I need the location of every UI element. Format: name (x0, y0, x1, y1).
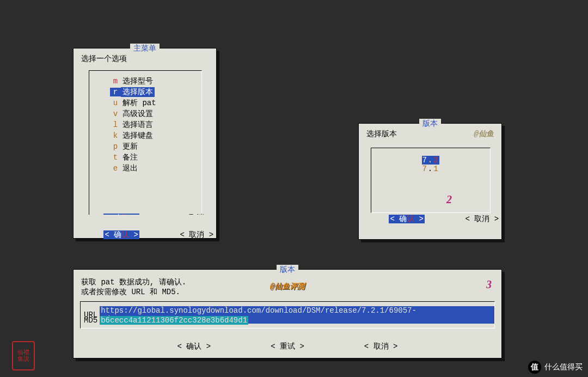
annotation-2: 2 (446, 193, 452, 206)
menu-item[interactable]: k选择键盘 (108, 131, 183, 142)
menu-item[interactable]: l选择语言 (108, 120, 183, 131)
brand-text: 什么值得买 (544, 362, 583, 372)
url-fields: URL https://global.synologydownload.com/… (80, 301, 495, 329)
menu-item-key: e (110, 164, 121, 173)
main-menu-dialog: 主菜单 选择一个选项 m选择型号r选择版本u解析 patv高级设置l选择语言k选… (73, 48, 217, 239)
url-msg-1: 获取 pat 数据成功, 请确认. (81, 277, 186, 287)
menu-item[interactable]: u解析 pat (108, 98, 183, 109)
url-title: 版本 (277, 265, 298, 275)
menu-item[interactable]: r选择版本 (108, 87, 183, 98)
menu-item[interactable]: m选择型号 (108, 76, 183, 87)
main-menu-button-bar: < 确认 > < 取消 > (73, 215, 217, 239)
md5-input[interactable]: b6cecc4a11211306f2cc328e3b6d49d1 (100, 316, 248, 325)
cancel-button[interactable]: < 取消 > (438, 205, 499, 233)
menu-item-key: k (110, 131, 121, 140)
site-brand: 值 什么值得买 (528, 361, 583, 374)
main-menu-title: 主菜单 (130, 44, 160, 53)
version-option[interactable]: 7.2 (371, 156, 490, 165)
menu-item-key: m (110, 77, 121, 86)
menu-item-key: p (110, 142, 121, 151)
retry-button[interactable]: < 重试 > (271, 342, 304, 351)
menu-item-label: 高级设置 (121, 109, 155, 119)
watermark-2: @仙鱼 (474, 129, 494, 139)
ok-button[interactable]: < 确认 > (76, 221, 139, 248)
menu-item[interactable]: e退出 (108, 163, 183, 174)
cancel-button[interactable]: < 取消 > (364, 342, 398, 351)
menu-item-key: v (110, 110, 121, 118)
author-stamp: 仙禮 鱼說 (12, 341, 35, 370)
menu-item-label: 选择型号 (121, 76, 155, 86)
cancel-button[interactable]: < 取消 > (152, 221, 213, 248)
ok-button[interactable]: < 确认 > (362, 205, 425, 233)
annotation-3: 3 (486, 278, 492, 291)
url-dialog: 版本 获取 pat 数据成功, 请确认. 或者按需修改 URL 和 MD5. @… (73, 269, 502, 358)
menu-item-label: 退出 (121, 163, 139, 173)
menu-item-label: 更新 (121, 142, 139, 151)
menu-item[interactable]: v高级设置 (108, 109, 183, 120)
menu-item-label: 选择键盘 (121, 131, 155, 141)
version-options: 7.27.1 2 (371, 148, 491, 213)
version-option[interactable]: 7.1 (371, 165, 490, 173)
menu-item-key: u (110, 99, 121, 107)
version-dialog: 版本 选择版本 @仙鱼 7.27.1 2 < 确认 > < 取消 > (358, 123, 502, 240)
menu-item-key: r (110, 88, 121, 96)
menu-item-key: t (110, 153, 121, 162)
url-msg-2: 或者按需修改 URL 和 MD5. (81, 287, 180, 297)
version-title: 版本 (419, 119, 441, 129)
menu-item-key: l (110, 120, 121, 129)
brand-icon: 值 (528, 361, 541, 374)
menu-item[interactable]: t备注 (108, 153, 183, 163)
version-prompt: 选择版本 (366, 129, 397, 139)
main-menu-prompt: 选择一个选项 (81, 54, 127, 64)
menu-item-label: 选择版本 (121, 87, 155, 97)
menu-item-label: 解析 pat (121, 98, 158, 108)
md5-label: MD5 (84, 316, 100, 325)
menu-item[interactable]: p更新 (108, 142, 183, 153)
menu-item-label: 备注 (121, 153, 139, 162)
menu-item-label: 选择语言 (121, 120, 155, 130)
watermark-3: @仙鱼评测 (270, 282, 305, 291)
ok-button[interactable]: < 确认 > (177, 342, 211, 351)
